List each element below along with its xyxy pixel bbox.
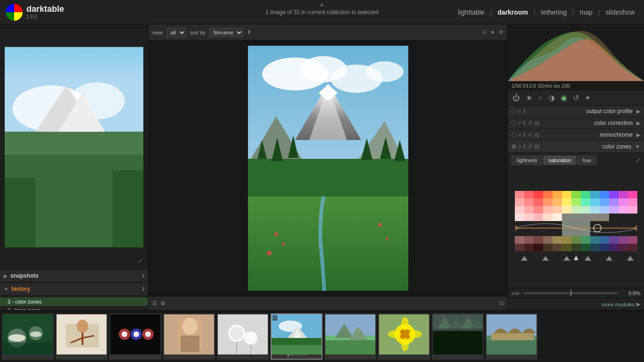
module-reset-icon-cc[interactable]: ↺ (528, 120, 532, 126)
module-enable-dot[interactable] (512, 109, 516, 114)
overlay-icon[interactable]: ✿ (161, 300, 165, 306)
nav-lighttable[interactable]: lighttable (454, 7, 488, 18)
module-enable-dot-cz[interactable] (512, 144, 516, 149)
film-close-icon[interactable]: × (272, 315, 277, 321)
cz-expand-icon[interactable]: ⤢ (636, 157, 640, 164)
more-modules-link[interactable]: more modules (602, 302, 635, 307)
module-menu-icon-cc[interactable]: ≡ (518, 120, 521, 126)
filmstrip-thumb-7[interactable] (324, 313, 376, 360)
module-info-icon[interactable]: ℹ (523, 108, 526, 115)
filmstrip-thumb-8[interactable] (378, 313, 430, 360)
right-icons-row: ⏻ ★ ○ ◑ ◉ ↺ ✦ (508, 90, 644, 106)
svg-rect-71 (515, 214, 524, 221)
color-icon[interactable]: ◉ (561, 93, 567, 102)
module-info-icon-mono[interactable]: ℹ (523, 132, 526, 138)
power-icon[interactable]: ⏻ (512, 94, 520, 102)
circle-icon[interactable]: ○ (538, 94, 543, 102)
module-name-cc: color correction (594, 120, 633, 126)
svg-rect-50 (562, 198, 571, 206)
svg-rect-35 (543, 191, 553, 198)
tab-lightness[interactable]: lightness (512, 156, 542, 165)
module-reset-icon-mono[interactable]: ↺ (528, 132, 532, 138)
svg-rect-34 (534, 191, 543, 198)
filmstrip-thumb-6[interactable]: × ★☆☆☆☆ (271, 313, 322, 360)
svg-point-119 (30, 331, 41, 337)
svg-rect-8 (113, 170, 143, 247)
fullscreen-icon[interactable]: ⊡ (499, 300, 504, 306)
filmstrip-thumb-3[interactable] (109, 313, 161, 360)
module-enable-dot-mono[interactable] (512, 132, 516, 137)
module-reset-icon-cz[interactable]: ↺ (528, 143, 532, 150)
svg-rect-90 (628, 236, 637, 244)
nav-tethering[interactable]: tethering (537, 7, 570, 18)
filmstrip-thumb-1[interactable] (2, 313, 54, 360)
tab-hue[interactable]: hue (578, 156, 596, 165)
view-select[interactable]: all (166, 28, 186, 37)
module-enable-dot-cc[interactable] (512, 121, 516, 125)
svg-rect-51 (571, 198, 581, 206)
snapshots-info-icon[interactable]: ℹ (142, 273, 144, 279)
grid-icon[interactable]: G (482, 29, 487, 35)
svg-marker-110 (563, 256, 570, 261)
svg-marker-111 (585, 256, 591, 261)
module-menu-icon-cz[interactable]: ≡ (518, 143, 521, 150)
star-icon[interactable]: ★ (490, 29, 495, 35)
tab-saturation[interactable]: saturation (543, 156, 576, 165)
film-star-rating[interactable]: ★☆☆☆☆ (286, 353, 307, 358)
module-info-icon-cz[interactable]: ℹ (523, 143, 526, 150)
sort-direction-icon[interactable]: ⬆ (247, 29, 251, 35)
sort-label: sort by (190, 30, 206, 35)
module-icons-cc: ≡ ℹ ↺ ▤ (518, 120, 539, 126)
sort-select[interactable]: filename (209, 28, 243, 37)
module-expand-arrow-mono[interactable]: ▶ (636, 132, 640, 138)
svg-rect-95 (553, 244, 562, 251)
refresh-icon[interactable]: ↺ (573, 93, 579, 102)
module-list-icon[interactable]: ☰ (152, 300, 157, 306)
filmstrip-thumb-2[interactable] (56, 313, 107, 360)
svg-rect-47 (534, 198, 543, 206)
color-wheel-svg[interactable] (515, 191, 637, 264)
module-info-icon-cc[interactable]: ℹ (523, 120, 526, 126)
top-collapse-arrow[interactable]: ▲ (319, 0, 325, 8)
svg-rect-32 (515, 191, 524, 198)
svg-point-159 (401, 338, 409, 351)
module-expand-arrow[interactable]: ▶ (636, 108, 640, 115)
thumb-image-5 (218, 314, 269, 354)
mix-label: mix (512, 290, 520, 296)
preview-box: ⤢ (0, 25, 148, 270)
snapshots-header[interactable]: ▶ snapshots ℹ (0, 270, 148, 282)
color-zones-tabs: lightness saturation hue ⤢ (508, 153, 644, 167)
nav-map[interactable]: map (576, 7, 596, 18)
expand-icon[interactable]: ⤢ (138, 258, 142, 264)
snapshots-section: ▶ snapshots ℹ (0, 270, 148, 283)
nav-slideshow[interactable]: slideshow (602, 7, 638, 18)
star-module-icon[interactable]: ★ (526, 93, 532, 102)
half-circle-icon[interactable]: ◑ (548, 93, 555, 102)
module-name-cz: color zones (603, 143, 631, 150)
filmstrip-thumb-10[interactable] (486, 313, 537, 360)
filmstrip-thumb-4[interactable] (163, 313, 215, 360)
module-menu-icon-mono[interactable]: ≡ (518, 132, 521, 138)
mix-value: 0.0% (621, 290, 640, 296)
module-menu-icon[interactable]: ≡ (518, 108, 521, 115)
module-expand-arrow-cc[interactable]: ▶ (636, 120, 640, 126)
effect-icon[interactable]: ✦ (585, 93, 591, 102)
svg-rect-45 (515, 198, 524, 206)
module-save-icon-cz[interactable]: ▤ (534, 143, 539, 150)
module-expand-arrow-cz[interactable]: ▼ (635, 144, 640, 149)
gear-icon[interactable]: ⚙ (499, 29, 504, 35)
module-save-icon-mono[interactable]: ▤ (534, 132, 539, 138)
history-info-icon[interactable]: ℹ (142, 286, 144, 292)
svg-point-31 (386, 238, 388, 240)
history-header[interactable]: ▼ history ℹ (0, 283, 148, 296)
filmstrip-thumb-9[interactable] (432, 313, 484, 360)
filmstrip-thumb-5[interactable] (217, 313, 269, 360)
svg-point-123 (77, 320, 88, 333)
history-item-color-zones[interactable]: 3 - color zones (0, 297, 148, 306)
svg-point-161 (409, 330, 422, 338)
mix-slider[interactable] (523, 292, 618, 294)
svg-point-13 (366, 61, 404, 82)
nav-darkroom[interactable]: darkroom (494, 7, 532, 18)
module-save-icon-cc[interactable]: ▤ (534, 120, 539, 126)
history-item-base-curve[interactable]: 2 - base curve (0, 306, 148, 310)
